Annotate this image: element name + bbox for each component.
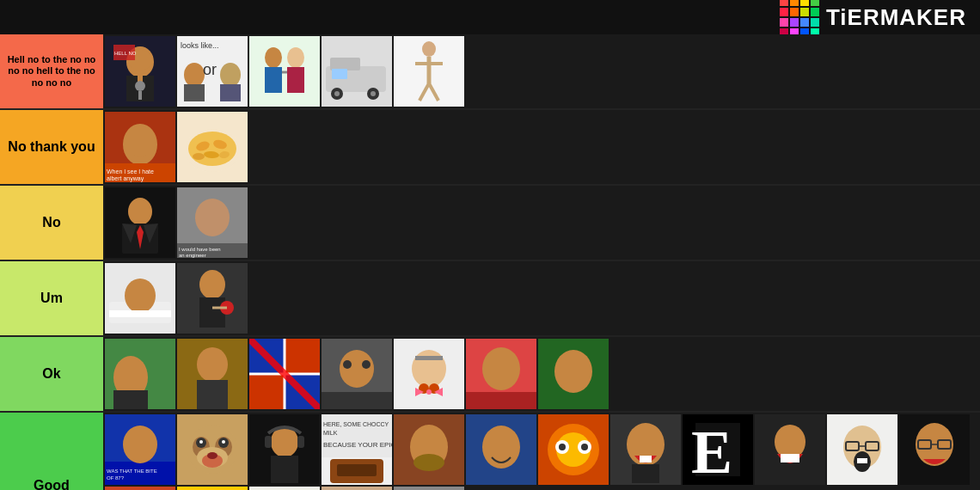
- svg-rect-97: [466, 392, 536, 409]
- svg-rect-120: [271, 456, 298, 483]
- tier-item[interactable]: [538, 339, 609, 409]
- svg-point-66: [199, 270, 225, 299]
- tier-items-hell: HELL NO looks like... or: [103, 34, 980, 108]
- tier-items-ok: [103, 337, 980, 411]
- tier-item[interactable]: HELL NO: [105, 36, 175, 107]
- logo-cell: [780, 18, 788, 27]
- svg-rect-75: [197, 380, 228, 409]
- svg-rect-119: [297, 436, 304, 448]
- tier-item[interactable]: [322, 339, 392, 409]
- tiermaker-logo-text: TiERMAKER: [826, 4, 966, 31]
- tier-item[interactable]: [177, 263, 248, 334]
- logo-cell: [811, 18, 819, 27]
- svg-text:MILK: MILK: [323, 430, 338, 436]
- tier-label-text-hell: Hell no to the no nono no hell to the no…: [8, 54, 96, 89]
- tier-item[interactable]: HERE, SOME CHOCCY MILK BECAUSE YOUR EPIC: [322, 414, 392, 485]
- tier-item[interactable]: [394, 339, 464, 409]
- svg-point-85: [343, 360, 352, 369]
- svg-point-74: [197, 347, 228, 382]
- svg-point-96: [482, 347, 520, 390]
- tier-item[interactable]: [322, 487, 392, 490]
- logo-cell: [811, 0, 819, 6]
- svg-rect-185: [394, 487, 464, 490]
- logo-cell: [790, 0, 799, 6]
- tier-item[interactable]: looks like... or: [177, 36, 248, 107]
- tier-item[interactable]: When I see I hate albert anyway: [105, 112, 175, 182]
- tier-item[interactable]: [827, 414, 897, 485]
- tier-item[interactable]: [899, 414, 970, 485]
- logo-cell: [811, 8, 819, 16]
- tier-item[interactable]: [105, 187, 175, 258]
- svg-rect-15: [220, 84, 241, 101]
- svg-rect-143: [640, 456, 652, 462]
- svg-point-28: [371, 91, 376, 96]
- logo-cell: [780, 8, 788, 16]
- svg-rect-20: [287, 67, 304, 93]
- tier-item[interactable]: [105, 263, 175, 334]
- svg-rect-84: [322, 392, 392, 409]
- tier-label-text-no: No: [42, 214, 60, 230]
- svg-rect-118: [265, 436, 272, 448]
- svg-point-5: [135, 81, 145, 91]
- tier-item[interactable]: [177, 112, 248, 182]
- tier-row-no: No: [0, 186, 980, 261]
- svg-point-11: [184, 63, 205, 87]
- svg-point-94: [426, 389, 432, 395]
- tier-label-text-good: Good: [34, 477, 70, 490]
- logo-cell: [800, 8, 809, 16]
- tier-item[interactable]: [249, 339, 320, 409]
- svg-point-88: [412, 350, 446, 388]
- tier-item[interactable]: [394, 36, 464, 107]
- tier-item[interactable]: KIPLER AHHHH WHERE'S THE: [105, 487, 175, 490]
- tier-item[interactable]: [466, 414, 536, 485]
- tiermaker-logo-grid: [780, 0, 819, 37]
- tier-item[interactable]: [105, 339, 175, 409]
- tier-item[interactable]: [538, 414, 609, 485]
- tier-item[interactable]: I would have been an engineer: [177, 187, 248, 258]
- svg-rect-180: [322, 487, 392, 490]
- svg-rect-167: [177, 487, 248, 490]
- svg-rect-24: [330, 58, 360, 70]
- tier-item[interactable]: [249, 487, 320, 490]
- tier-item[interactable]: [177, 414, 248, 485]
- tier-row-hell: Hell no to the no nono no hell to the no…: [0, 34, 980, 110]
- svg-point-83: [340, 350, 374, 388]
- svg-rect-72: [113, 390, 148, 409]
- svg-point-26: [334, 91, 340, 96]
- tier-item[interactable]: [177, 339, 248, 409]
- logo-cell: [790, 8, 799, 16]
- tier-item[interactable]: [322, 36, 392, 107]
- svg-rect-149: [781, 454, 799, 462]
- tier-table: Hell no to the no nono no hell to the no…: [0, 34, 980, 490]
- tier-item[interactable]: [755, 414, 825, 485]
- svg-point-113: [199, 440, 203, 444]
- svg-point-130: [413, 454, 444, 471]
- tier-item[interactable]: E: [683, 414, 753, 485]
- tier-items-no: I would have been an engineer: [103, 186, 980, 260]
- tier-item[interactable]: [394, 487, 464, 490]
- tier-label-text-nothank: No thank you: [8, 138, 95, 155]
- tier-items-good: WAS THAT THE BITE OF 87?: [103, 413, 980, 490]
- header: TiERMAKER: [0, 0, 980, 34]
- svg-point-114: [222, 440, 225, 444]
- tier-label-good: Good: [0, 413, 103, 490]
- tier-items-nothank: When I see I hate albert anyway: [103, 110, 980, 184]
- svg-text:WAS THAT THE BITE: WAS THAT THE BITE: [107, 469, 157, 474]
- svg-point-63: [125, 279, 156, 313]
- svg-point-31: [422, 41, 436, 57]
- svg-point-139: [581, 444, 588, 450]
- svg-rect-6: [138, 91, 142, 100]
- tier-item[interactable]: [610, 414, 681, 485]
- svg-rect-89: [415, 356, 443, 360]
- tier-item[interactable]: BOX FTK: [177, 487, 248, 490]
- svg-rect-29: [332, 69, 347, 79]
- svg-text:E: E: [691, 418, 732, 485]
- svg-point-104: [123, 426, 157, 463]
- svg-text:HERE, SOME CHOCCY: HERE, SOME CHOCCY: [323, 421, 389, 427]
- tier-item[interactable]: WAS THAT THE BITE OF 87?: [105, 414, 175, 485]
- tier-item[interactable]: [394, 414, 464, 485]
- tier-label-hell: Hell no to the no nono no hell to the no…: [0, 34, 103, 108]
- tier-item[interactable]: [466, 339, 536, 409]
- tier-item[interactable]: [249, 36, 320, 107]
- tier-item[interactable]: [249, 414, 320, 485]
